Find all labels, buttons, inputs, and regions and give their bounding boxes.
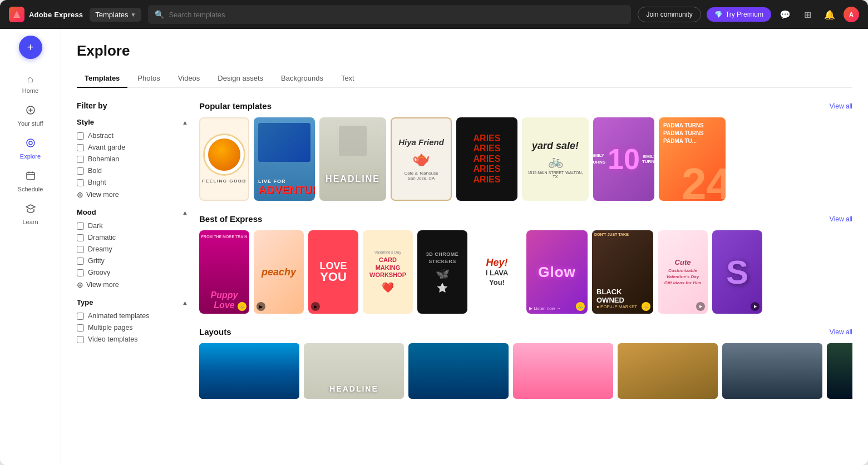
- yardsale-address: 1515 MAIN STREET, WALTON, TX: [525, 171, 585, 179]
- filter-dramatic[interactable]: Dramatic: [77, 234, 188, 241]
- apps-icon[interactable]: ⊞: [799, 6, 816, 23]
- popular-templates-row: FEELING GOOD LIVE FOR ADVENTURE: [199, 117, 852, 201]
- page-title: Explore: [77, 42, 852, 60]
- filter-dark[interactable]: Dark: [77, 222, 188, 230]
- filter-dreamy[interactable]: Dreamy: [77, 245, 188, 253]
- content-area: Explore Templates Photos Videos Design a…: [61, 29, 868, 465]
- emily-10: 10: [608, 145, 640, 174]
- layout-card-ocean1[interactable]: [199, 343, 299, 399]
- filter-animated[interactable]: Animated templates: [77, 312, 188, 320]
- adventure-image-block: [258, 123, 310, 162]
- template-card-feeling-good[interactable]: FEELING GOOD: [199, 117, 249, 201]
- filter-bohemian[interactable]: Bohemian: [77, 155, 188, 163]
- filter-multiple-pages[interactable]: Multiple pages: [77, 324, 188, 332]
- layout-card-headline2[interactable]: HEADLINE: [304, 343, 404, 399]
- feeling-good-label: FEELING GOOD: [202, 179, 246, 184]
- style-view-more[interactable]: ⊕ View more: [77, 190, 188, 199]
- tab-backgrounds[interactable]: Backgrounds: [273, 70, 331, 88]
- hiya-sub: Cafe & TeahouseSan Jose, CA: [404, 171, 438, 181]
- style-section-header[interactable]: Style ▲: [77, 118, 188, 126]
- template-card-love[interactable]: LOVE YOU ▶: [308, 230, 358, 314]
- templates-grid-area: Popular templates View all FEELING GOOD: [199, 101, 852, 412]
- you-text: YOU: [320, 271, 347, 283]
- filter-bright[interactable]: Bright: [77, 179, 188, 186]
- best-of-express-view-all-link[interactable]: View all: [830, 215, 852, 223]
- sidebar-item-learn[interactable]: Learn: [0, 198, 61, 231]
- type-section-header[interactable]: Type ▲: [77, 298, 188, 306]
- nav-right: Join community 💎 Try Premium 💬 ⊞ 🔔 A: [638, 6, 859, 23]
- type-chevron-icon: ▲: [182, 299, 188, 306]
- top-nav: Adobe Express Templates ▼ 🔍 Join communi…: [0, 0, 868, 29]
- tab-text[interactable]: Text: [333, 70, 362, 88]
- template-card-headline[interactable]: HEADLINE: [319, 117, 386, 201]
- filter-avant-garde[interactable]: Avant garde: [77, 144, 188, 151]
- tab-videos[interactable]: Videos: [170, 70, 208, 88]
- join-community-button[interactable]: Join community: [638, 7, 701, 22]
- layout-headline-text: HEADLINE: [304, 384, 404, 393]
- filter-bold[interactable]: Bold: [77, 167, 188, 175]
- sidebar-item-your-stuff[interactable]: Your stuff: [0, 100, 61, 132]
- template-card-hiya[interactable]: Hiya Friend 🫖 Cafe & TeahouseSan Jose, C…: [391, 117, 452, 201]
- best-of-express-title: Best of Express: [199, 214, 262, 224]
- sidebar-item-home[interactable]: ⌂ Home: [0, 68, 61, 100]
- chat-icon[interactable]: 💬: [777, 6, 793, 23]
- layout-card-ocean2[interactable]: [408, 343, 509, 399]
- search-input[interactable]: [169, 11, 624, 19]
- video-play-valentines: ▶: [696, 302, 705, 311]
- templates-dropdown[interactable]: Templates ▼: [90, 8, 141, 22]
- template-card-padma[interactable]: PADMA TURNSPADMA TURNSPADMA TU... 24: [659, 117, 726, 201]
- popular-section-header: Popular templates View all: [199, 101, 852, 111]
- premium-badge-glow: 👑: [576, 302, 585, 311]
- layout-card-wheat[interactable]: [618, 343, 718, 399]
- layout-card-green[interactable]: [827, 343, 852, 399]
- plus-icon: ⊕: [77, 190, 83, 199]
- layout-card-pink[interactable]: [513, 343, 613, 399]
- notifications-icon[interactable]: 🔔: [821, 6, 838, 23]
- template-card-emily[interactable]: EMILY TURNS 10 EMILY TURNS: [593, 117, 654, 201]
- popular-section-title: Popular templates: [199, 101, 272, 111]
- template-card-lava[interactable]: Hey! I LAVAYou!: [472, 230, 522, 314]
- template-card-purple-s[interactable]: S ▶: [712, 230, 762, 314]
- popular-view-all-link[interactable]: View all: [830, 102, 852, 110]
- purple-s-letter: S: [726, 253, 748, 291]
- tab-templates[interactable]: Templates: [77, 70, 127, 88]
- template-card-valentines[interactable]: Cute Customizable Valentine's Day Gift I…: [658, 230, 708, 314]
- layout-card-mountain[interactable]: [722, 343, 822, 399]
- teapot-icon: 🫖: [412, 150, 430, 167]
- template-card-peachy[interactable]: peachy ▶: [254, 230, 304, 314]
- template-card-yardsale[interactable]: yard sale! 🚲 1515 MAIN STREET, WALTON, T…: [522, 117, 589, 201]
- filter-groovy[interactable]: Groovy: [77, 269, 188, 276]
- user-avatar[interactable]: A: [844, 7, 859, 22]
- template-card-puppy[interactable]: FROM THE MORE TRAIN Puppy Love 👑: [199, 230, 249, 314]
- mood-view-more[interactable]: ⊕ View more: [77, 280, 188, 289]
- mood-section-header[interactable]: Mood ▲: [77, 208, 188, 216]
- filter-abstract[interactable]: Abstract: [77, 132, 188, 140]
- home-icon: ⌂: [27, 73, 33, 85]
- hey-text: Hey!: [486, 257, 507, 269]
- sidebar-item-explore[interactable]: Explore: [0, 132, 61, 165]
- template-card-glow[interactable]: Glow ▶ Listen now → 👑: [526, 230, 588, 314]
- play-icon-peachy: ▶: [257, 302, 265, 311]
- try-premium-button[interactable]: 💎 Try Premium: [707, 7, 771, 22]
- layouts-view-all-link[interactable]: View all: [830, 328, 852, 336]
- tab-design-assets[interactable]: Design assets: [210, 70, 271, 88]
- content-grid: Filter by Style ▲ Abstract Avant garde B…: [77, 101, 852, 412]
- create-fab-button[interactable]: +: [19, 36, 42, 59]
- template-card-stickers[interactable]: 3D CHROMESTICKERS 🦋 ⭐: [417, 230, 467, 314]
- layouts-section-title: Layouts: [199, 327, 231, 337]
- template-card-aries[interactable]: ARIESARIESARIESARIESARIES: [456, 117, 517, 201]
- sidebar-item-schedule[interactable]: Schedule: [0, 165, 61, 198]
- tab-photos[interactable]: Photos: [130, 70, 167, 88]
- search-icon: 🔍: [155, 10, 164, 19]
- style-filter-section: Style ▲ Abstract Avant garde Bohemian Bo…: [77, 118, 188, 199]
- leaf-decoration: [339, 126, 367, 156]
- filter-video-templates[interactable]: Video templates: [77, 335, 188, 343]
- blackowned-sub: ● POP-UP MARKET: [596, 304, 649, 309]
- logo-area[interactable]: Adobe Express: [9, 7, 83, 22]
- filter-gritty[interactable]: Gritty: [77, 257, 188, 265]
- template-card-blackowned[interactable]: DON'T JUST TAKE BLACKOWNED ● POP-UP MARK…: [592, 230, 653, 314]
- style-chevron-icon: ▲: [182, 119, 188, 126]
- template-card-adventure[interactable]: LIVE FOR ADVENTURE: [254, 117, 315, 201]
- template-card-cardmaking[interactable]: Valentine's Day CARDMAKINGWORKSHOP ❤️: [363, 230, 413, 314]
- mood-filter-section: Mood ▲ Dark Dramatic Dreamy Gritty Groov…: [77, 208, 188, 289]
